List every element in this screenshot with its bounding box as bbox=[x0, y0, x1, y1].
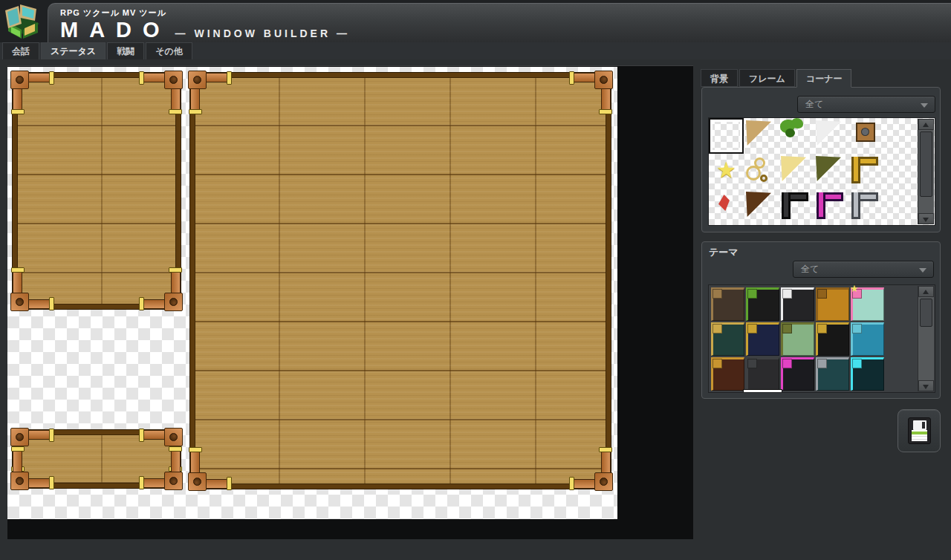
main-tab-sonota[interactable]: その他 bbox=[146, 42, 192, 59]
main-tab-status[interactable]: ステータス bbox=[41, 42, 106, 59]
window-corner-decoration bbox=[10, 71, 56, 117]
main-tab-bar: 会話ステータス戦闘その他 bbox=[0, 42, 951, 59]
app-logo-icon bbox=[2, 1, 45, 41]
window-corner-decoration bbox=[188, 445, 234, 491]
panel-tab-corner[interactable]: コーナー bbox=[796, 69, 852, 88]
theme-group-box: テーマ 全て ★ bbox=[701, 241, 941, 399]
app-tagline: — WINDOW BUILDER — bbox=[175, 27, 350, 39]
corner-item-magenta-frame[interactable] bbox=[814, 189, 848, 225]
theme-filter-value: 全て bbox=[801, 264, 819, 274]
corner-item-black-angular[interactable] bbox=[779, 189, 814, 225]
corner-item-gold-frame[interactable] bbox=[848, 154, 883, 189]
corner-item-cream-corner[interactable] bbox=[779, 154, 814, 189]
window-preview-bottom-left[interactable] bbox=[13, 430, 181, 488]
save-button[interactable] bbox=[898, 409, 941, 452]
canvas-transparency-background bbox=[7, 67, 617, 519]
corner-item-dark-ornate[interactable] bbox=[744, 189, 779, 225]
theme-item-neon-magenta[interactable] bbox=[781, 357, 814, 391]
scrollbar-thumb[interactable] bbox=[920, 299, 932, 327]
app-subtitle: RPG ツクール MV ツール bbox=[60, 7, 951, 19]
corner-item-wood-beam[interactable] bbox=[779, 225, 814, 226]
main-tab-sentou[interactable]: 戦闘 bbox=[107, 42, 144, 59]
corner-item-foliage[interactable] bbox=[779, 118, 814, 154]
corner-list-scrollbar bbox=[918, 119, 934, 224]
window-corner-decoration bbox=[567, 71, 613, 117]
corner-item-pink-scroll[interactable] bbox=[744, 225, 779, 226]
theme-item-deep-teal[interactable] bbox=[711, 322, 744, 356]
chevron-down-icon bbox=[919, 268, 926, 273]
theme-item-paper-white[interactable] bbox=[781, 392, 814, 393]
scroll-down-arrow-icon[interactable] bbox=[918, 213, 934, 224]
theme-item-silver-black[interactable] bbox=[781, 287, 814, 321]
scroll-up-arrow-icon[interactable] bbox=[918, 286, 934, 297]
theme-item-rustic-brown[interactable] bbox=[711, 287, 744, 321]
app-title: MADO bbox=[60, 18, 171, 42]
theme-item-teal-steel[interactable] bbox=[816, 357, 849, 391]
chevron-down-icon bbox=[921, 103, 928, 108]
scroll-up-arrow-icon[interactable] bbox=[918, 119, 934, 130]
window-corner-decoration bbox=[10, 444, 56, 490]
window-preview-large[interactable] bbox=[190, 73, 611, 489]
corner-item-silver-wing[interactable] bbox=[814, 118, 848, 154]
theme-item-sage[interactable] bbox=[781, 322, 814, 356]
main-tab-kaiwa[interactable]: 会話 bbox=[2, 42, 39, 59]
theme-item-black-diamond[interactable] bbox=[816, 322, 849, 356]
scroll-down-arrow-icon[interactable] bbox=[918, 380, 934, 391]
theme-filter-select[interactable]: 全て bbox=[793, 261, 934, 278]
corner-item-stud-block[interactable] bbox=[848, 118, 883, 154]
theme-item-cyan-neon[interactable] bbox=[851, 357, 884, 391]
theme-item-pastel-teal[interactable]: ★ bbox=[851, 287, 884, 321]
corner-item-gold-star[interactable]: ★ bbox=[709, 154, 744, 189]
floppy-disk-icon bbox=[908, 417, 931, 444]
window-preview-top-left[interactable] bbox=[13, 73, 181, 309]
theme-item-ocean[interactable] bbox=[851, 322, 884, 356]
corner-group-box: 全て ★ bbox=[701, 87, 941, 232]
theme-item-amber[interactable] bbox=[816, 287, 849, 321]
panel-tab-bar: 背景フレームコーナー bbox=[701, 69, 853, 88]
corner-filter-select[interactable]: 全て bbox=[797, 96, 935, 113]
window-corner-decoration bbox=[10, 428, 56, 474]
window-corner-decoration bbox=[137, 428, 183, 474]
window-corner-decoration bbox=[10, 265, 56, 311]
corner-item-olive-wedge[interactable] bbox=[814, 154, 848, 189]
theme-thumbnail-list: ★ bbox=[708, 284, 935, 393]
panel-tab-background[interactable]: 背景 bbox=[701, 69, 738, 87]
corner-item-steel-frame[interactable] bbox=[848, 189, 883, 225]
scrollbar-thumb[interactable] bbox=[920, 131, 932, 197]
app-header: RPG ツクール MV ツール MADO — WINDOW BUILDER — bbox=[0, 0, 951, 42]
header-title-panel: RPG ツクール MV ツール MADO — WINDOW BUILDER — bbox=[48, 3, 951, 42]
window-corner-decoration bbox=[188, 71, 234, 117]
corner-item-cyan-frame[interactable] bbox=[709, 225, 744, 226]
window-corner-decoration bbox=[137, 444, 183, 490]
corner-thumbnail-list: ★ bbox=[708, 117, 935, 226]
theme-item-berry[interactable] bbox=[711, 392, 744, 393]
corner-item-wood-wedge[interactable] bbox=[744, 118, 779, 154]
theme-item-mahogany[interactable] bbox=[711, 357, 744, 391]
window-corner-decoration bbox=[567, 445, 613, 491]
window-corner-decoration bbox=[137, 265, 183, 311]
corner-item-blank[interactable] bbox=[709, 118, 744, 154]
theme-item-forest-black[interactable] bbox=[746, 287, 779, 321]
theme-item-wood[interactable] bbox=[746, 392, 779, 393]
theme-section-label: テーマ bbox=[709, 246, 739, 259]
editor-canvas-area bbox=[7, 65, 693, 539]
theme-item-charcoal[interactable] bbox=[746, 357, 779, 391]
theme-list-scrollbar bbox=[918, 286, 934, 391]
panel-tab-frame[interactable]: フレーム bbox=[739, 69, 795, 87]
corner-item-gold-scroll[interactable] bbox=[744, 154, 779, 189]
window-corner-decoration bbox=[137, 71, 183, 117]
theme-item-navy-gold[interactable] bbox=[746, 322, 779, 356]
corner-item-red-crystal[interactable] bbox=[709, 189, 744, 225]
corner-filter-value: 全て bbox=[805, 99, 823, 109]
